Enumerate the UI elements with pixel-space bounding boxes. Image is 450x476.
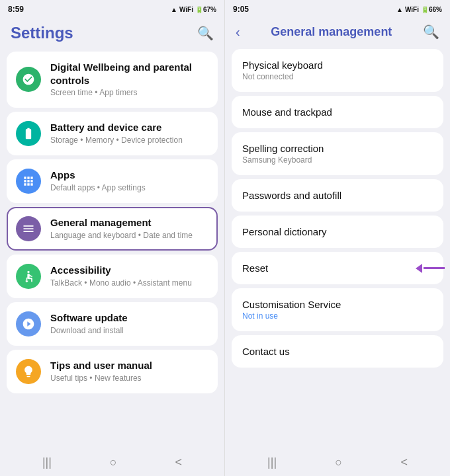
- left-phone-panel: 8:59 ▲ WiFi 🔋67% Settings 🔍 Digital Well…: [0, 0, 225, 476]
- passwords-autofill-title: Passwords and autofill: [242, 190, 433, 201]
- right-content: Physical keyboard Not connected Mouse an…: [225, 45, 450, 448]
- digital-wellbeing-text: Digital Wellbeing and parental controls …: [50, 61, 208, 99]
- right-time: 9:05: [233, 5, 249, 14]
- list-item-contact-us[interactable]: Contact us: [232, 335, 443, 368]
- right-back-button[interactable]: ‹: [236, 24, 240, 40]
- apps-subtitle: Default apps • App settings: [50, 183, 208, 194]
- settings-item-software-update[interactable]: Software update Download and install: [7, 302, 218, 346]
- left-nav-home[interactable]: ○: [110, 456, 117, 469]
- settings-item-tips[interactable]: Tips and user manual Useful tips • New f…: [7, 350, 218, 393]
- right-header-title: General management: [271, 25, 392, 39]
- left-wifi-icon: WiFi: [179, 6, 193, 13]
- left-content: Digital Wellbeing and parental controls …: [0, 48, 224, 448]
- right-bottom-nav: ||| ○ <: [225, 448, 450, 476]
- physical-keyboard-subtitle: Not connected: [242, 72, 433, 81]
- reset-arrow-annotation: [416, 264, 445, 273]
- battery-subtitle: Storage • Memory • Device protection: [50, 136, 208, 146]
- mouse-trackpad-title: Mouse and trackpad: [242, 106, 433, 118]
- list-item-spelling-correction[interactable]: Spelling correction Samsung Keyboard: [232, 132, 443, 175]
- right-status-bar: 9:05 ▲ WiFi 🔋66%: [225, 0, 450, 19]
- right-search-button[interactable]: 🔍: [423, 24, 439, 40]
- tips-title: Tips and user manual: [50, 359, 208, 372]
- apps-title: Apps: [50, 169, 208, 182]
- settings-item-battery[interactable]: Battery and device care Storage • Memory…: [7, 112, 218, 155]
- list-item-physical-keyboard[interactable]: Physical keyboard Not connected: [232, 49, 443, 92]
- right-wifi-icon: WiFi: [405, 6, 419, 13]
- battery-title: Battery and device care: [50, 121, 208, 134]
- right-header: ‹ General management 🔍: [225, 19, 450, 45]
- accessibility-text: Accessibility TalkBack • Mono audio • As…: [50, 264, 208, 288]
- general-management-text: General management Language and keyboard…: [50, 216, 208, 241]
- battery-icon: [16, 121, 41, 146]
- physical-keyboard-title: Physical keyboard: [242, 60, 433, 71]
- apps-icon: [16, 169, 41, 194]
- right-nav-menu[interactable]: |||: [267, 456, 277, 469]
- settings-item-apps[interactable]: Apps Default apps • App settings: [7, 159, 218, 203]
- list-item-passwords-autofill[interactable]: Passwords and autofill: [232, 179, 443, 212]
- spelling-correction-title: Spelling correction: [242, 143, 433, 154]
- battery-text: Battery and device care Storage • Memory…: [50, 121, 208, 145]
- reset-title: Reset: [242, 262, 433, 274]
- left-search-button[interactable]: 🔍: [197, 25, 214, 41]
- list-item-reset[interactable]: Reset: [232, 252, 443, 284]
- right-nav-home[interactable]: ○: [335, 456, 342, 469]
- left-status-bar: 8:59 ▲ WiFi 🔋67%: [0, 0, 224, 19]
- list-item-customisation-service[interactable]: Customisation Service Not in use: [232, 288, 443, 331]
- left-status-icons: ▲ WiFi 🔋67%: [171, 6, 216, 13]
- settings-item-accessibility[interactable]: Accessibility TalkBack • Mono audio • As…: [7, 255, 218, 298]
- tips-icon: [16, 359, 41, 384]
- arrow-body: [424, 267, 445, 269]
- svg-point-0: [27, 270, 29, 272]
- tips-text: Tips and user manual Useful tips • New f…: [50, 359, 208, 383]
- list-item-personal-dictionary[interactable]: Personal dictionary: [232, 216, 443, 248]
- software-update-text: Software update Download and install: [50, 311, 208, 336]
- left-time: 8:59: [8, 5, 24, 14]
- general-management-icon: [16, 216, 41, 241]
- general-management-subtitle: Language and keyboard • Date and time: [50, 231, 208, 241]
- left-nav-menu[interactable]: |||: [42, 456, 52, 469]
- right-battery-icon: 🔋66%: [421, 6, 442, 13]
- list-item-mouse-trackpad[interactable]: Mouse and trackpad: [232, 96, 443, 128]
- digital-wellbeing-subtitle: Screen time • App timers: [50, 88, 208, 99]
- arrow-head-icon: [416, 264, 422, 273]
- right-status-icons: ▲ WiFi 🔋66%: [396, 6, 442, 13]
- left-header-title: Settings: [11, 24, 73, 42]
- general-management-title: General management: [50, 216, 208, 229]
- accessibility-subtitle: TalkBack • Mono audio • Assistant menu: [50, 278, 208, 289]
- customisation-service-title: Customisation Service: [242, 299, 433, 310]
- software-update-subtitle: Download and install: [50, 326, 208, 337]
- settings-item-digital-wellbeing[interactable]: Digital Wellbeing and parental controls …: [7, 52, 218, 108]
- right-nav-back[interactable]: <: [400, 456, 408, 469]
- settings-item-general-management[interactable]: General management Language and keyboard…: [7, 207, 218, 251]
- personal-dictionary-title: Personal dictionary: [242, 226, 433, 237]
- customisation-service-subtitle: Not in use: [242, 311, 433, 321]
- software-update-title: Software update: [50, 311, 208, 325]
- right-signal-icon: ▲: [396, 6, 403, 13]
- software-update-icon: [16, 311, 41, 337]
- accessibility-title: Accessibility: [50, 264, 208, 277]
- apps-text: Apps Default apps • App settings: [50, 169, 208, 193]
- digital-wellbeing-title: Digital Wellbeing and parental controls: [50, 61, 208, 87]
- digital-wellbeing-icon: [16, 67, 41, 92]
- left-bottom-nav: ||| ○ <: [0, 448, 224, 476]
- left-signal-icon: ▲: [171, 6, 177, 13]
- spelling-correction-subtitle: Samsung Keyboard: [242, 155, 433, 165]
- accessibility-icon: [16, 264, 41, 289]
- left-nav-back[interactable]: <: [175, 456, 183, 469]
- left-header: Settings 🔍: [0, 19, 224, 48]
- contact-us-title: Contact us: [242, 346, 433, 357]
- tips-subtitle: Useful tips • New features: [50, 374, 208, 384]
- right-phone-panel: 9:05 ▲ WiFi 🔋66% ‹ General management 🔍 …: [225, 0, 450, 476]
- left-battery-icon: 🔋67%: [195, 6, 216, 13]
